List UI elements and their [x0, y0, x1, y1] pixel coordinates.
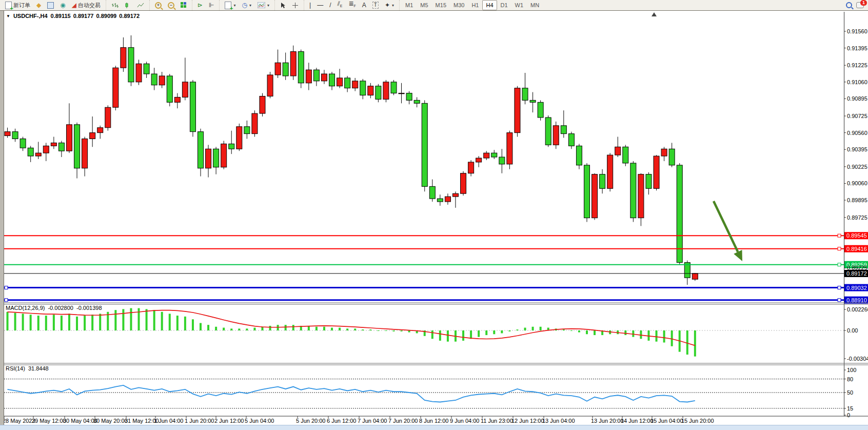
chart-shift-button[interactable]: ⊩: [206, 0, 217, 10]
svg-text:0.90560: 0.90560: [847, 130, 867, 136]
arrow-annotation: [714, 201, 742, 261]
marker-button[interactable]: ◆: [33, 0, 44, 10]
dropdown-arrow-icon: ▾: [233, 3, 235, 8]
new-order-button[interactable]: 新订单: [2, 0, 33, 10]
svg-text:30 May 04:00: 30 May 04:00: [63, 418, 97, 424]
window-bottom-border: [0, 425, 868, 430]
line-handle[interactable]: [838, 247, 841, 250]
equidistant-channel-tool[interactable]: ⫽E: [334, 0, 345, 10]
horizontal-line-tool[interactable]: —: [314, 0, 326, 10]
arrows-icon: ✦: [385, 2, 390, 8]
notifications-icon[interactable]: 1: [856, 2, 864, 8]
down-arrow-icon[interactable]: [714, 201, 738, 252]
signals-icon: ◉: [60, 2, 65, 8]
terminal-icon: [47, 2, 54, 9]
candlestick-type-button[interactable]: [122, 0, 134, 10]
svg-text:13 Jun 20:00: 13 Jun 20:00: [591, 418, 624, 424]
notification-badge: 1: [860, 0, 867, 6]
text-label-tool[interactable]: T: [369, 0, 382, 10]
fibonacci-icon: ≣F: [349, 1, 356, 9]
signals-button[interactable]: ◉: [57, 0, 68, 10]
low-value: 0.89099: [96, 13, 116, 19]
timeframe-m5[interactable]: M5: [417, 0, 431, 10]
svg-text:2 Jun 12:00: 2 Jun 12:00: [214, 418, 244, 424]
marker-icon: ◆: [36, 2, 41, 8]
chart-settings-button[interactable]: ▾: [254, 0, 272, 10]
macd-signal-line: [8, 310, 695, 346]
trendline-tool[interactable]: /: [326, 0, 334, 10]
clock-icon: ◷: [242, 2, 247, 8]
chart-settings-icon: [258, 2, 265, 8]
line-handle[interactable]: [838, 234, 841, 237]
auto-scroll-button[interactable]: ⊳: [194, 0, 206, 10]
rsi-pane: 1008050150: [4, 367, 856, 418]
timeframe-m30[interactable]: M30: [450, 0, 468, 10]
svg-text:6 Jun 12:00: 6 Jun 12:00: [327, 418, 357, 424]
terminal-button[interactable]: [44, 0, 57, 10]
svg-text:0.89545: 0.89545: [846, 232, 867, 239]
rsi-indicator-label: RSI(14) 31.8448: [6, 365, 49, 372]
chart-expand-icon[interactable]: ▼: [6, 14, 10, 18]
line-chart-type-button[interactable]: [134, 0, 147, 10]
time-axis: 28 May 202329 May 12:0030 May 04:0030 Ma…: [0, 416, 868, 424]
line-handle[interactable]: [5, 286, 8, 289]
arrows-tool[interactable]: ✦▾: [382, 0, 397, 10]
svg-text:50: 50: [847, 389, 853, 396]
cursor-tool-button[interactable]: [277, 0, 289, 10]
line-handle[interactable]: [838, 299, 841, 302]
svg-text:0.91560: 0.91560: [847, 28, 867, 34]
main-toolbar: 新订单 ◆ ◉ ◢ 自动交易 + − ⊳ ⊩ ▾ ◷▾ ▾ | — / ⫽E ≣…: [0, 0, 868, 11]
svg-text:0.91060: 0.91060: [847, 79, 867, 85]
chart-shift-icon: ⊩: [209, 2, 214, 8]
line-handle[interactable]: [5, 299, 8, 302]
new-chart-button[interactable]: ▾: [222, 0, 239, 10]
crosshair-tool-button[interactable]: [289, 0, 302, 10]
svg-text:0.91395: 0.91395: [847, 45, 867, 51]
cursor-icon: [280, 2, 286, 9]
svg-text:0.88910: 0.88910: [846, 297, 867, 303]
timeframe-m1[interactable]: M1: [402, 0, 417, 10]
profiles-button[interactable]: ◷▾: [239, 0, 254, 10]
new-order-icon: [5, 2, 12, 9]
text-tool[interactable]: A: [359, 0, 369, 10]
auto-trading-button[interactable]: ◢ 自动交易: [69, 0, 104, 10]
dropdown-arrow-icon: ▾: [267, 3, 269, 8]
chart-title: ▼ USDCHF-,H4 0.89115 0.89177 0.89099 0.8…: [6, 13, 140, 19]
svg-text:11 Jun 23:00: 11 Jun 23:00: [481, 418, 513, 424]
tile-windows-button[interactable]: [177, 0, 190, 10]
dropdown-arrow-icon: ▾: [392, 3, 394, 8]
timeframe-group: M1 M5 M15 M30 H1 H4 D1 W1 MN: [399, 0, 545, 10]
zoom-in-button[interactable]: +: [152, 0, 165, 10]
svg-text:0.002266: 0.002266: [847, 306, 868, 312]
candles-layer: [5, 35, 698, 285]
timeframe-h1[interactable]: H1: [468, 0, 482, 10]
vertical-line-tool[interactable]: |: [306, 0, 314, 10]
bar-chart-type-button[interactable]: [108, 0, 122, 10]
open-value: 0.89115: [51, 13, 71, 19]
symbol-period-label: USDCHF-,H4: [13, 13, 48, 19]
svg-text:0.89032: 0.89032: [846, 285, 867, 291]
high-value: 0.89177: [73, 13, 94, 19]
ohlc-readout: 0.89115 0.89177 0.89099 0.89172: [51, 13, 140, 19]
line-handle[interactable]: [838, 263, 841, 266]
macd-indicator-label: MACD(12,26,9) -0.002800 -0.001398: [6, 305, 102, 311]
timeframe-mn[interactable]: MN: [527, 0, 543, 10]
zoom-in-icon: +: [155, 2, 162, 9]
svg-text:13 Jun 04:00: 13 Jun 04:00: [542, 418, 575, 424]
line-handle[interactable]: [838, 286, 841, 289]
search-icon[interactable]: [846, 2, 852, 8]
timeframe-w1[interactable]: W1: [511, 0, 527, 10]
timeframe-m15[interactable]: M15: [432, 0, 450, 10]
zoom-out-button[interactable]: −: [165, 0, 177, 10]
timeframe-d1[interactable]: D1: [497, 0, 511, 10]
svg-text:0.89225: 0.89225: [847, 265, 867, 271]
svg-text:80: 80: [847, 376, 853, 382]
fibonacci-tool[interactable]: ≣F: [346, 0, 359, 10]
svg-text:0.91225: 0.91225: [847, 62, 867, 68]
new-chart-icon: [225, 2, 231, 9]
timeframe-h4[interactable]: H4: [482, 0, 497, 10]
price-chart[interactable]: 0.895450.894160.892590.890320.889100.891…: [0, 11, 868, 430]
svg-text:-0.003041: -0.003041: [847, 356, 868, 362]
close-value: 0.89172: [119, 13, 140, 19]
svg-text:0.90725: 0.90725: [847, 113, 867, 119]
